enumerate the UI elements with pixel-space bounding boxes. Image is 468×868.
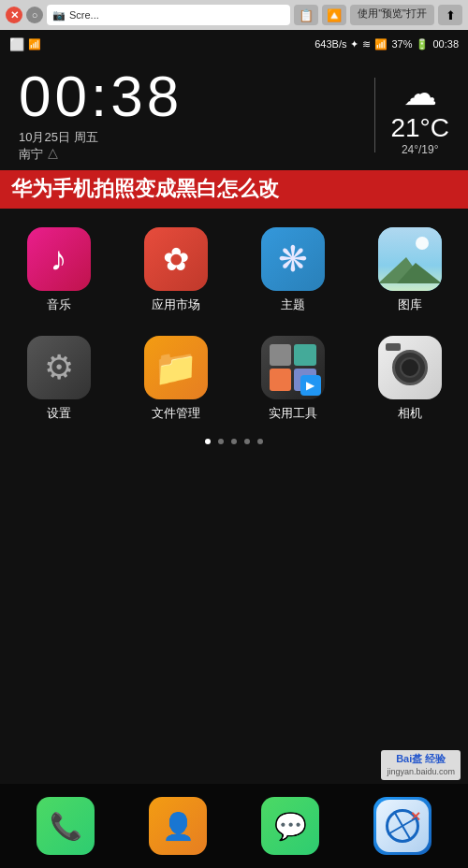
clock-left: 00:38 10月25日 周五 南宁 △	[0, 67, 359, 163]
tools-label: 实用工具	[269, 405, 317, 422]
files-label: 文件管理	[152, 405, 200, 422]
weather-range: 24°/19°	[390, 143, 449, 156]
app-tools[interactable]: ▶ 实用工具	[234, 326, 351, 435]
tools-icon: ▶	[261, 336, 325, 399]
files-icon: 📁	[144, 336, 208, 399]
clock-date: 10月25日 周五	[19, 129, 359, 146]
address-bar[interactable]: 📷 Scre...	[47, 5, 290, 25]
app-grid: ♪ 音乐 ✿ 应用市场 ❋ 主题	[0, 209, 468, 435]
dock-contacts[interactable]: 👤	[149, 797, 207, 855]
gallery-icon	[378, 227, 442, 291]
share-btn[interactable]: ⬆	[438, 5, 462, 25]
article-title: 华为手机拍照变成黑白怎么改	[0, 170, 468, 209]
signal-icon: 📶	[28, 38, 41, 51]
clock-display: 00:38	[432, 38, 459, 50]
clock-location: 南宁 △	[19, 146, 359, 163]
weather-temp: 21°C	[390, 113, 449, 143]
preview-open-btn[interactable]: 使用"预览"打开	[350, 5, 434, 25]
camera-toolbar-icon[interactable]: 🔼	[322, 5, 346, 25]
contacts-icon: 👤	[149, 797, 207, 855]
music-label: 音乐	[47, 297, 71, 313]
browser-actions: 📋 🔼 使用"预览"打开 ⬆	[294, 5, 462, 25]
weather-section: ☁ 21°C 24°/19°	[390, 74, 468, 156]
camera-icon	[378, 336, 442, 399]
dot-1[interactable]	[205, 439, 211, 444]
battery-icon: 🔋	[416, 38, 429, 51]
weather-icon: ☁	[390, 74, 449, 113]
app-appmarket[interactable]: ✿ 应用市场	[117, 218, 234, 326]
battery-text: 37%	[391, 38, 412, 50]
bluetooth-icon: ✦	[350, 38, 358, 51]
phone-icon: 📞	[37, 797, 95, 855]
page-dots	[0, 435, 468, 452]
dot-3[interactable]	[231, 439, 237, 444]
wifi-icon: ≋	[362, 38, 371, 51]
music-icon: ♪	[27, 227, 91, 291]
dock-browser[interactable]: ✕	[373, 797, 431, 855]
clock-section: 00:38 10月25日 周五 南宁 △ ☁ 21°C 24°/19°	[0, 58, 468, 170]
screenshot-icon: 📷	[52, 9, 66, 22]
app-settings[interactable]: ⚙ 设置	[0, 326, 117, 435]
signal-bars: 📶	[374, 38, 388, 51]
expand-icon: ⬜	[9, 37, 24, 51]
theme-icon: ❋	[261, 227, 325, 291]
clock-time: 00:38	[19, 67, 359, 125]
status-right: 643B/s ✦ ≋ 📶 37% 🔋 00:38	[314, 38, 459, 51]
appmarket-label: 应用市场	[152, 297, 200, 313]
settings-icon: ⚙	[27, 336, 91, 399]
dock: 📞 👤 💬 ✕	[0, 784, 468, 868]
screenshot-toolbar-icon[interactable]: 📋	[294, 5, 318, 25]
dock-messages[interactable]: 💬	[261, 797, 319, 855]
status-left: ⬜ 📶	[9, 37, 41, 51]
dot-2[interactable]	[218, 439, 224, 444]
camera-label: 相机	[398, 405, 422, 422]
theme-label: 主题	[281, 297, 305, 313]
app-files[interactable]: 📁 文件管理	[117, 326, 234, 435]
dot-5[interactable]	[257, 439, 263, 444]
app-music[interactable]: ♪ 音乐	[0, 218, 117, 326]
min-btn[interactable]: ○	[26, 7, 43, 23]
app-gallery[interactable]: 图库	[351, 218, 468, 326]
clock-divider	[374, 78, 375, 152]
app-camera[interactable]: 相机	[351, 326, 468, 435]
appmarket-icon: ✿	[144, 227, 208, 291]
dock-phone[interactable]: 📞	[37, 797, 95, 855]
dot-4[interactable]	[244, 439, 250, 444]
app-theme[interactable]: ❋ 主题	[234, 218, 351, 326]
close-btn[interactable]: ✕	[6, 7, 22, 23]
phone-screen: ⬜ 📶 643B/s ✦ ≋ 📶 37% 🔋 00:38 00:38 10月25…	[0, 30, 468, 868]
speed-indicator: 643B/s	[314, 38, 346, 50]
browser-bar: ✕ ○ 📷 Scre... 📋 🔼 使用"预览"打开 ⬆	[0, 0, 468, 30]
messages-icon: 💬	[261, 797, 319, 855]
settings-label: 设置	[47, 405, 71, 422]
status-bar: ⬜ 📶 643B/s ✦ ≋ 📶 37% 🔋 00:38	[0, 30, 468, 58]
gallery-label: 图库	[398, 297, 422, 313]
browser-dock-icon: ✕	[373, 797, 431, 855]
baidu-watermark: Bai盋 经验 jingyan.baidu.com	[381, 750, 461, 780]
